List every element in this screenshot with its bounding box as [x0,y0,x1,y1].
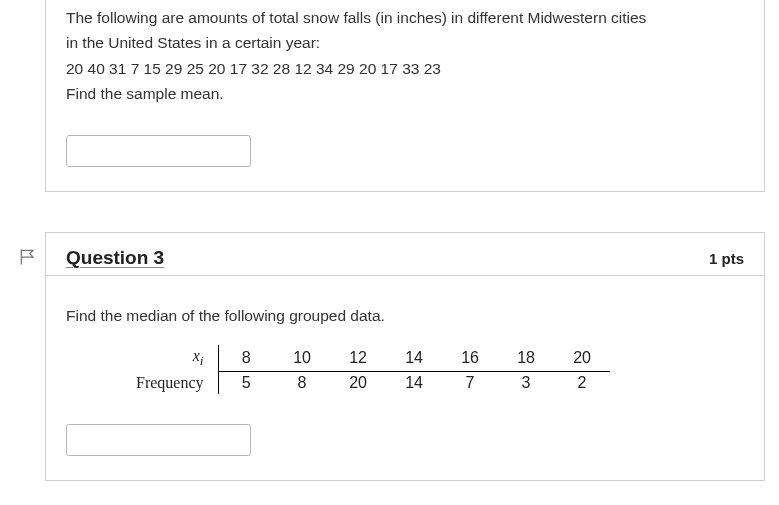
grouped-data-table: xi 8 10 12 14 16 18 20 Frequency 5 8 20 … [136,345,610,394]
x-cell: 20 [554,345,610,371]
x-cell: 12 [330,345,386,371]
question-2-text: The following are amounts of total snow … [66,6,744,105]
table-row: Frequency 5 8 20 14 7 3 2 [136,371,610,394]
f-cell: 7 [442,371,498,394]
q3-answer-input[interactable] [66,424,251,456]
question-3-box: Question 3 1 pts Find the median of the … [45,232,765,481]
x-label-cell: xi [136,345,218,371]
x-cell: 16 [442,345,498,371]
question-2-body: The following are amounts of total snow … [46,0,764,191]
q3-prompt: Find the median of the following grouped… [66,304,744,327]
question-3-points: 1 pts [709,250,744,267]
f-cell: 5 [218,371,274,394]
q2-line-1: The following are amounts of total snow … [66,6,744,29]
x-cell: 10 [274,345,330,371]
q2-data-line: 20 40 31 7 15 29 25 20 17 32 28 12 34 29… [66,57,744,80]
f-cell: 20 [330,371,386,394]
q2-answer-input[interactable] [66,135,251,167]
f-cell: 14 [386,371,442,394]
question-3-body: Find the median of the following grouped… [46,276,764,480]
table-row: xi 8 10 12 14 16 18 20 [136,345,610,371]
x-cell: 14 [386,345,442,371]
flag-icon[interactable] [18,247,38,270]
question-3-text: Find the median of the following grouped… [66,304,744,327]
x-cell: 8 [218,345,274,371]
question-2-box: The following are amounts of total snow … [45,0,765,192]
f-cell: 3 [498,371,554,394]
question-3-header: Question 3 1 pts [46,233,764,276]
f-cell: 2 [554,371,610,394]
f-cell: 8 [274,371,330,394]
question-3-title: Question 3 [66,247,164,269]
x-cell: 18 [498,345,554,371]
freq-label-cell: Frequency [136,371,218,394]
q2-prompt: Find the sample mean. [66,82,744,105]
q2-line-2: in the United States in a certain year: [66,31,744,54]
